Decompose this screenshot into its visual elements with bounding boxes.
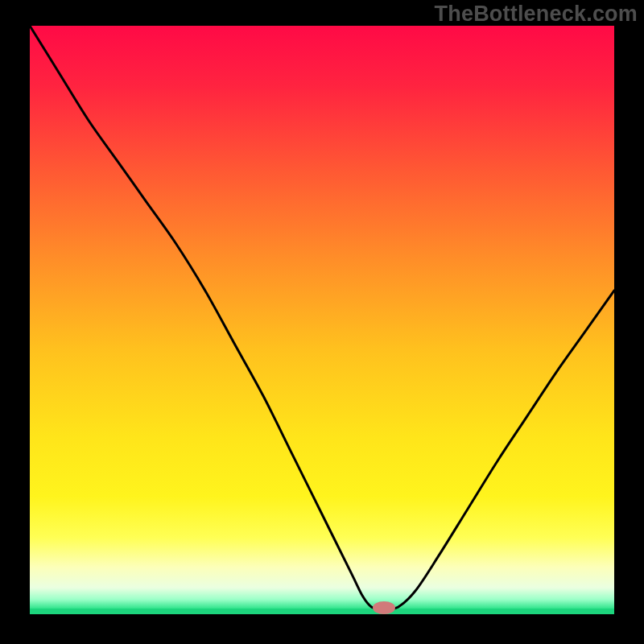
gradient-background xyxy=(30,26,614,614)
optimum-marker xyxy=(373,601,395,614)
plot-area xyxy=(30,26,614,614)
green-band xyxy=(30,609,614,614)
plot-svg xyxy=(30,26,614,614)
watermark-text: TheBottleneck.com xyxy=(435,2,638,27)
chart-frame: TheBottleneck.com xyxy=(0,0,644,644)
